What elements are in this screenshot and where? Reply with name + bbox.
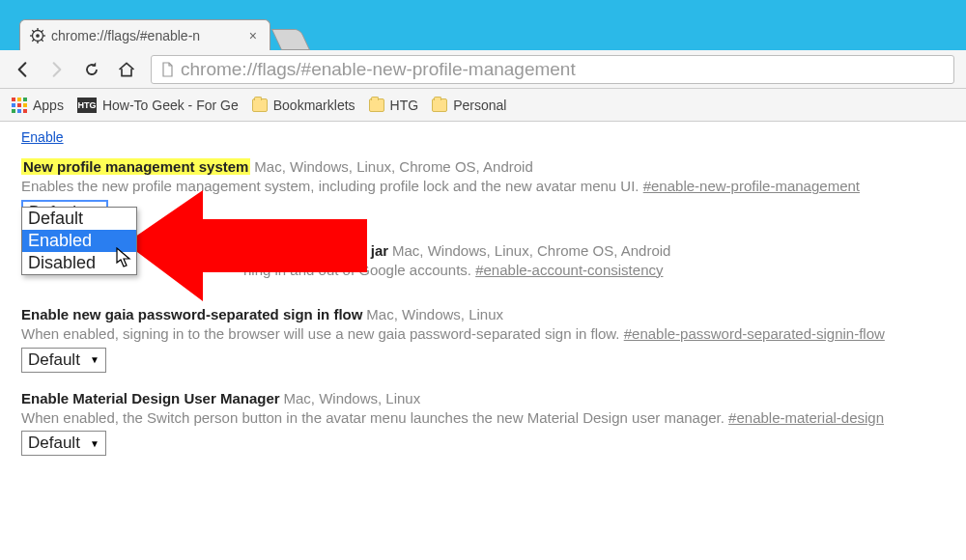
- folder-icon: [369, 98, 384, 112]
- tab-favicon: [30, 28, 45, 43]
- apps-bookmark[interactable]: Apps: [12, 98, 64, 113]
- select-value: Default: [28, 434, 80, 453]
- folder-icon: [432, 98, 447, 112]
- flag-hash[interactable]: #enable-new-profile-management: [643, 178, 860, 194]
- bookmark-folder-htg[interactable]: HTG: [369, 98, 419, 113]
- reload-button[interactable]: [81, 59, 102, 80]
- flag-select[interactable]: Default ▼: [21, 348, 106, 373]
- flag-item: New profile management system Mac, Windo…: [21, 158, 945, 225]
- new-tab-button[interactable]: [271, 29, 310, 50]
- flag-select[interactable]: Default ▼: [21, 431, 106, 456]
- page-icon: [159, 62, 175, 77]
- flag-item: Enable Material Design User Manager Mac,…: [21, 390, 945, 457]
- tab-close-button[interactable]: ×: [246, 28, 260, 43]
- bookmark-label: Bookmarklets: [273, 98, 355, 113]
- flag-description: ning in and out of Google accounts. #ena…: [243, 261, 945, 280]
- flag-description: Enables the new profile management syste…: [21, 177, 945, 196]
- flag-title: New profile management system: [21, 158, 250, 175]
- dropdown-option-disabled[interactable]: Disabled: [22, 252, 136, 274]
- chevron-down-icon: ▼: [90, 438, 99, 449]
- back-button[interactable]: [12, 59, 33, 80]
- flag-platforms: Mac, Windows, Linux: [366, 306, 503, 322]
- dropdown-option-default[interactable]: Default: [22, 208, 136, 230]
- flag-description: When enabled, the Switch person button i…: [21, 408, 945, 428]
- flag-title: Enable Material Design User Manager: [21, 390, 280, 406]
- flag-item: ency bet en browser and cookie jar Mac, …: [147, 242, 945, 280]
- flag-platforms: Mac, Windows, Linux: [283, 390, 420, 406]
- svg-line-7: [42, 39, 43, 41]
- nav-bar: chrome://flags/#enable-new-profile-manag…: [0, 50, 966, 89]
- browser-tab[interactable]: chrome://flags/#enable-n ×: [19, 19, 270, 50]
- bookmark-label: Personal: [453, 98, 506, 113]
- flag-hash[interactable]: #enable-material-design: [728, 409, 884, 426]
- apps-icon: [12, 98, 27, 113]
- bookmark-folder-personal[interactable]: Personal: [432, 98, 506, 113]
- bookmarks-bar: Apps HTG How-To Geek - For Ge Bookmarkle…: [0, 89, 966, 122]
- flag-platforms: Mac, Windows, Linux, Chrome OS, Android: [392, 242, 670, 259]
- bookmark-label: HTG: [390, 98, 419, 113]
- svg-line-9: [42, 30, 43, 32]
- flag-platforms: Mac, Windows, Linux, Chrome OS, Android: [254, 158, 532, 175]
- bookmark-label: How-To Geek - For Ge: [102, 98, 239, 113]
- chevron-down-icon: ▼: [90, 354, 99, 365]
- dropdown-menu: Default Enabled Disabled: [21, 207, 137, 275]
- bookmark-folder-bookmarklets[interactable]: Bookmarklets: [252, 98, 355, 113]
- svg-line-6: [32, 30, 34, 32]
- flag-hash[interactable]: #enable-account-consistency: [475, 262, 663, 278]
- flag-item: Enable new gaia password-separated sign …: [21, 306, 945, 373]
- title-bar: chrome://flags/#enable-n ×: [0, 0, 966, 50]
- folder-icon: [252, 98, 268, 112]
- dropdown-option-enabled[interactable]: Enabled: [22, 230, 136, 252]
- flag-title: ency bet en browser and cookie jar: [147, 242, 388, 259]
- url-bar[interactable]: chrome://flags/#enable-new-profile-manag…: [151, 55, 954, 84]
- flag-description: When enabled, signing in to the browser …: [21, 324, 945, 344]
- select-value: Default: [28, 350, 80, 370]
- tab-title: chrome://flags/#enable-n: [51, 28, 241, 43]
- bookmark-htg[interactable]: HTG How-To Geek - For Ge: [77, 98, 239, 113]
- svg-line-8: [32, 39, 34, 41]
- svg-point-1: [37, 34, 39, 36]
- forward-button: [46, 59, 68, 80]
- flag-hash[interactable]: #enable-password-separated-signin-flow: [624, 325, 885, 342]
- home-button[interactable]: [116, 59, 137, 80]
- htg-icon: HTG: [77, 98, 97, 113]
- page-content: Enable New profile management system Mac…: [0, 122, 966, 481]
- enable-link[interactable]: Enable: [21, 129, 64, 145]
- url-text: chrome://flags/#enable-new-profile-manag…: [181, 59, 576, 80]
- flag-title: Enable new gaia password-separated sign …: [21, 306, 362, 322]
- apps-label: Apps: [33, 98, 64, 113]
